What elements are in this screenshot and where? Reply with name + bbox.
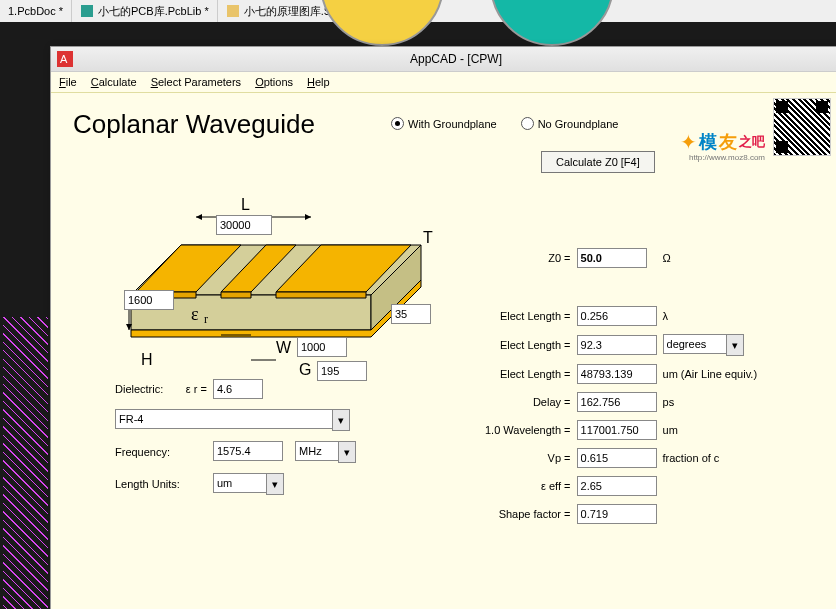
material-value[interactable]	[115, 409, 332, 429]
watermark-url: http://www.moz8.com	[689, 153, 765, 162]
angle-unit-select[interactable]: ▾	[663, 334, 744, 356]
output-z0[interactable]	[577, 248, 647, 268]
tab-pcbdoc[interactable]: 1.PcbDoc *	[0, 0, 72, 22]
input-frequency[interactable]	[213, 441, 283, 461]
wavelength-unit: um	[661, 417, 760, 443]
wavelength-label: 1.0 Wavelength =	[483, 417, 573, 443]
z0-unit: Ω	[661, 245, 760, 271]
eeff-label: ε eff =	[483, 473, 573, 499]
menu-select-parameters[interactable]: Select Parameters	[151, 76, 242, 88]
dielectric-label: Dielectric:	[113, 375, 182, 403]
er-sublabel: ε r =	[184, 375, 209, 403]
tab-pcblib[interactable]: 小七的PCB库.PcbLib *	[72, 0, 218, 22]
schlib-icon	[226, 4, 240, 18]
elect-length-um-unit: um (Air Line equiv.)	[661, 361, 760, 387]
frequency-unit-select[interactable]: ▾	[295, 441, 356, 463]
dropdown-icon[interactable]: ▾	[332, 409, 350, 431]
output-elect-length-deg[interactable]	[577, 335, 657, 355]
hatched-region	[3, 317, 48, 609]
svg-text:r: r	[204, 312, 208, 326]
label-er: ε	[191, 304, 199, 324]
cpw-diagram: L H T W G εr	[81, 135, 441, 375]
output-eeff[interactable]	[577, 476, 657, 496]
radio-with-groundplane-label: With Groundplane	[408, 118, 497, 130]
dropdown-icon[interactable]: ▾	[338, 441, 356, 463]
svg-marker-13	[276, 292, 366, 298]
pcblib-icon	[80, 4, 94, 18]
menu-file[interactable]: File	[59, 76, 77, 88]
radio-no-groundplane[interactable]	[521, 117, 534, 130]
output-delay[interactable]	[577, 392, 657, 412]
label-W: W	[276, 339, 292, 356]
menu-calculate[interactable]: Calculate	[91, 76, 137, 88]
length-unit-select[interactable]: ▾	[213, 473, 284, 495]
menubar: File Calculate Select Parameters Options…	[51, 72, 836, 93]
qr-code	[773, 98, 831, 156]
input-L[interactable]	[216, 215, 272, 235]
elect-length-lambda-unit: λ	[661, 303, 760, 329]
svg-marker-12	[221, 292, 251, 298]
delay-label: Delay =	[483, 389, 573, 415]
elect-length-um-label: Elect Length =	[483, 361, 573, 387]
watermark-logo: ✦ 模友 之吧 http://www.moz8.com	[680, 130, 765, 154]
radio-with-groundplane[interactable]	[391, 117, 404, 130]
label-L: L	[241, 196, 250, 213]
titlebar: A AppCAD - [CPW]	[51, 47, 836, 72]
elect-length-deg-label: Elect Length =	[483, 331, 573, 359]
label-H: H	[141, 351, 153, 368]
input-T[interactable]	[391, 304, 431, 324]
length-units-label: Length Units:	[113, 469, 182, 499]
shape-label: Shape factor =	[483, 501, 573, 527]
dropdown-icon[interactable]: ▾	[726, 334, 744, 356]
material-select[interactable]: ▾	[115, 409, 356, 431]
output-vp[interactable]	[577, 448, 657, 468]
svg-rect-1	[227, 5, 239, 17]
elect-length-lambda-label: Elect Length =	[483, 303, 573, 329]
input-W[interactable]	[297, 337, 347, 357]
app-icon: A	[57, 51, 73, 67]
menu-help[interactable]: Help	[307, 76, 330, 88]
output-elect-length-lambda[interactable]	[577, 306, 657, 326]
svg-rect-0	[81, 5, 93, 17]
appcad-window: A AppCAD - [CPW] File Calculate Select P…	[50, 46, 836, 609]
window-title: AppCAD - [CPW]	[81, 52, 831, 66]
input-H[interactable]	[124, 290, 174, 310]
z0-label: Z0 =	[483, 245, 573, 271]
delay-unit: ps	[661, 389, 760, 415]
radio-no-groundplane-label: No Groundplane	[538, 118, 619, 130]
dropdown-icon[interactable]: ▾	[266, 473, 284, 495]
menu-options[interactable]: Options	[255, 76, 293, 88]
svg-text:A: A	[60, 53, 68, 65]
vp-unit: fraction of c	[661, 445, 760, 471]
groundplane-group: With Groundplane No Groundplane	[391, 117, 618, 130]
output-elect-length-um[interactable]	[577, 364, 657, 384]
vp-label: Vp =	[483, 445, 573, 471]
frequency-label: Frequency:	[113, 437, 182, 467]
output-wavelength[interactable]	[577, 420, 657, 440]
results-form: Z0 = Ω Elect Length = λ Elect Length = ▾…	[481, 243, 761, 529]
label-T: T	[423, 229, 433, 246]
input-er[interactable]	[213, 379, 263, 399]
calculate-z0-button[interactable]: Calculate Z0 [F4]	[541, 151, 655, 173]
left-form: Dielectric: ε r = ▾ Frequency: ▾ Length …	[111, 373, 360, 501]
output-shape-factor[interactable]	[577, 504, 657, 524]
star-icon: ✦	[680, 130, 697, 154]
